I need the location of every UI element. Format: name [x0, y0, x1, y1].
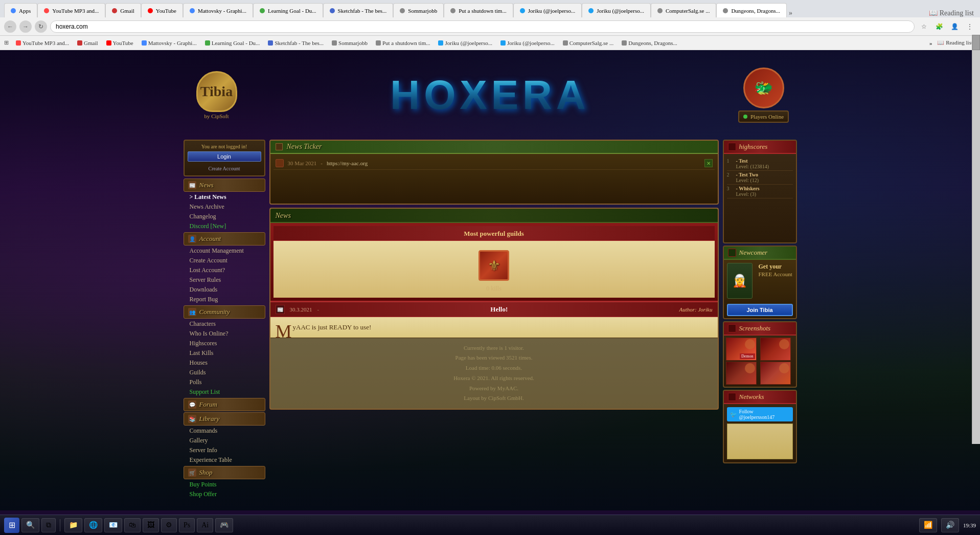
nav-item-last-kills[interactable]: Last Kills: [184, 348, 265, 358]
address-bar[interactable]: [50, 20, 915, 33]
tab-youtube-mp3[interactable]: YouTube MP3 and...: [37, 3, 105, 17]
tab-apps[interactable]: Apps: [4, 3, 37, 17]
nav-item-who-is-online[interactable]: Who Is Online?: [184, 329, 265, 339]
taskbar-chrome[interactable]: 🌐: [84, 518, 102, 532]
tab-joriku2[interactable]: Joriku (@joelperso...: [582, 3, 651, 17]
nav-item-account-management[interactable]: Account Management: [184, 246, 265, 256]
nav-account-section: 👤 Account Account Management Create Acco…: [184, 232, 265, 304]
highscore-item-1: 1 - Test Level: (123814): [727, 157, 793, 171]
nav-item-lost-account[interactable]: Lost Account?: [184, 265, 265, 275]
players-online-label: Players Online: [750, 114, 784, 120]
login-button[interactable]: Login: [188, 151, 261, 162]
nav-item-server-rules[interactable]: Server Rules: [184, 275, 265, 285]
reading-list-btn[interactable]: 📖 Reading list: [927, 9, 976, 17]
nav-library-title: Library: [199, 415, 220, 423]
nav-item-latest-news[interactable]: > Latest News: [184, 192, 265, 202]
tab-joriku1[interactable]: Joriku (@joelperso...: [513, 3, 582, 17]
nav-item-shop-offer[interactable]: Shop Offer: [184, 489, 265, 499]
taskbar-settings[interactable]: ⚙: [161, 518, 177, 532]
bookmark-mattovsky[interactable]: Mattovsky - Graphi...: [139, 39, 200, 47]
screenshot-1[interactable]: Demon: [726, 338, 757, 361]
bookmark-sommarjobb[interactable]: Sommarjobb: [329, 39, 371, 47]
bookmark-youtube[interactable]: YouTube: [103, 39, 136, 47]
tab-sketchfab[interactable]: Sketchfab - The bes...: [323, 3, 394, 17]
windows-taskbar: ⊞ 🔍 ⧉ 📁 🌐 📧 🛍 🖼 ⚙ Ps Ai 🎮 📶 🔊 19:39: [0, 515, 980, 535]
nav-item-guilds[interactable]: Guilds: [184, 368, 265, 377]
nav-item-characters[interactable]: Characters: [184, 319, 265, 329]
back-button[interactable]: ←: [4, 20, 16, 33]
nav-item-polls[interactable]: Polls: [184, 377, 265, 387]
tray-network[interactable]: 📶: [919, 518, 937, 532]
nav-item-changelog[interactable]: Changelog: [184, 212, 265, 221]
taskbar-app-extra[interactable]: 🎮: [215, 518, 233, 532]
nav-item-discord[interactable]: Discord [New]: [184, 221, 265, 231]
join-tibia-button[interactable]: Join Tibia: [727, 304, 793, 316]
tab-youtube[interactable]: YouTube: [141, 3, 183, 17]
ticker-text[interactable]: https://my-aac.org: [327, 160, 700, 166]
nav-item-support-list[interactable]: Support List: [184, 387, 265, 397]
forward-button[interactable]: →: [19, 20, 32, 33]
more-tabs-btn[interactable]: »: [789, 9, 792, 17]
scrollbar-thumb[interactable]: [972, 35, 980, 50]
screenshot-3[interactable]: [726, 362, 757, 385]
profile-btn[interactable]: 👤: [948, 20, 961, 33]
bookmark-joriku2[interactable]: Joriku (@joelperso...: [497, 39, 558, 47]
nav-item-houses[interactable]: Houses: [184, 358, 265, 368]
screenshot-4[interactable]: [760, 362, 791, 385]
tab-gmail[interactable]: Gmail: [105, 3, 141, 17]
twitter-follow-btn[interactable]: 🐦 Follow @joelpersson147: [727, 407, 793, 421]
tab-shutdown[interactable]: Put a shutdown tim...: [444, 3, 513, 17]
bookmark-sketchfab[interactable]: Sketchfab - The bes...: [265, 39, 327, 47]
reading-list-sidebar[interactable]: 📖 Reading list: [934, 38, 976, 47]
nav-item-experience-table[interactable]: Experience Table: [184, 455, 265, 465]
nav-item-create-account[interactable]: Create Account: [184, 256, 265, 265]
bookmark-gmail[interactable]: Gmail: [74, 39, 101, 47]
taskbar-file-explorer[interactable]: 📁: [64, 518, 82, 532]
tray-time: 19:39: [963, 522, 976, 528]
ticker-close-btn[interactable]: ✕: [704, 159, 713, 167]
tab-dungeons[interactable]: Dungeons, Dragons...: [716, 3, 787, 17]
taskbar-mail[interactable]: 📧: [104, 518, 122, 532]
extensions-btn[interactable]: 🧩: [933, 20, 945, 33]
taskbar-search[interactable]: 🔍: [21, 518, 39, 532]
tab-mattovsky[interactable]: Mattovsky - Graphi...: [183, 3, 253, 17]
bookmark-shutdown[interactable]: Put a shutdown tim...: [373, 39, 434, 47]
bookmark-star[interactable]: ☆: [918, 20, 930, 33]
bookmark-dungeons[interactable]: Dungeons, Dragons...: [619, 39, 680, 47]
news-ticker-content: 30 Mar 2021 - https://my-aac.org ✕: [270, 154, 718, 204]
nav-forum-header: 💬 Forum: [184, 398, 265, 411]
nav-item-server-info[interactable]: Server Info: [184, 445, 265, 455]
reload-button[interactable]: ↻: [35, 20, 47, 33]
highscores-title: highscores: [739, 143, 768, 151]
menu-btn[interactable]: ⋮: [964, 20, 976, 33]
tray-volume[interactable]: 🔊: [941, 518, 959, 532]
bookmark-joriku1[interactable]: Joriku (@joelperso...: [435, 39, 495, 47]
nav-item-highscores[interactable]: Highscores: [184, 339, 265, 348]
tab-learning[interactable]: Learning Goal - Du...: [253, 3, 323, 17]
taskbar-photos[interactable]: 🖼: [143, 518, 159, 532]
create-account-link[interactable]: Create Account: [209, 166, 240, 171]
nav-item-commands[interactable]: Commands: [184, 426, 265, 436]
taskbar-task-view[interactable]: ⧉: [41, 518, 56, 532]
taskbar-illustrator[interactable]: Ai: [197, 518, 213, 532]
start-button[interactable]: ⊞: [4, 518, 19, 533]
screenshot-2[interactable]: [760, 338, 791, 361]
taskbar-store[interactable]: 🛍: [124, 518, 141, 532]
nav-item-report-bug[interactable]: Report Bug: [184, 295, 265, 304]
bookmarks-overflow[interactable]: »: [929, 40, 932, 46]
nav-item-news-archive[interactable]: News Archive: [184, 202, 265, 212]
nav-item-gallery[interactable]: Gallery: [184, 436, 265, 445]
taskbar-photoshop[interactable]: Ps: [179, 518, 195, 532]
bookmark-youtube-mp3[interactable]: YouTube MP3 and...: [13, 39, 72, 47]
apps-icon[interactable]: ⊞: [4, 39, 9, 46]
tab-computersalg[interactable]: ComputerSalg.se ...: [651, 3, 716, 17]
bookmark-computersalg[interactable]: ComputerSalg.se ...: [560, 39, 617, 47]
library-icon: 📚: [188, 415, 196, 423]
bookmark-learning[interactable]: Learning Goal - Du...: [202, 39, 263, 47]
account-icon: 👤: [188, 235, 196, 243]
tab-sommarjobb[interactable]: Sommarjobb: [393, 3, 444, 17]
nav-item-downloads[interactable]: Downloads: [184, 285, 265, 295]
nav-item-buy-points[interactable]: Buy Points: [184, 480, 265, 489]
ticker-item: 30 Mar 2021 - https://my-aac.org ✕: [274, 157, 715, 170]
nav-news-title: News: [199, 181, 214, 189]
